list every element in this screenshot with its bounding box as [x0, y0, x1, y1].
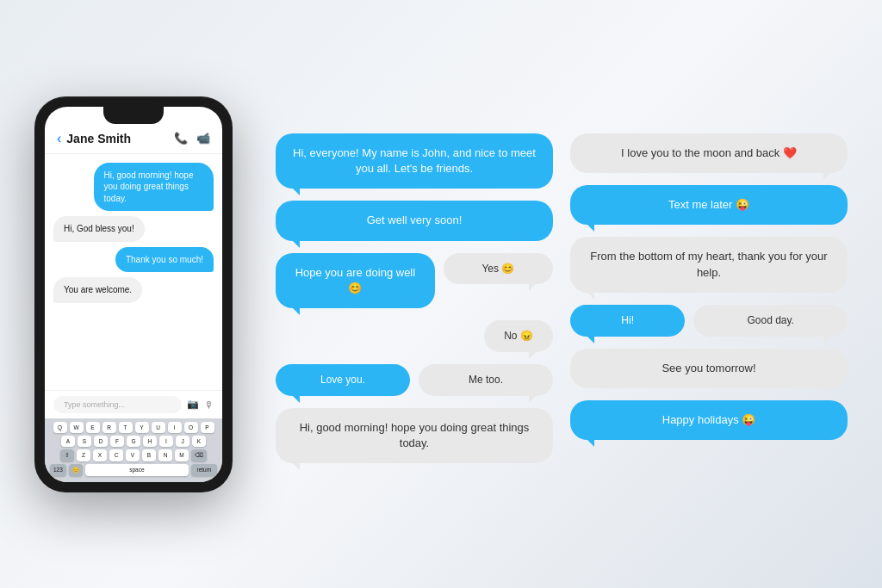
key-g[interactable]: G [127, 436, 140, 447]
bubble-get-well: Get well very soon! [276, 201, 553, 240]
key-delete[interactable]: ⌫ [191, 449, 207, 461]
key-emoji[interactable]: 😊 [69, 464, 83, 476]
key-q[interactable]: Q [53, 422, 67, 433]
bubble-happy-holidays: Happy holidays 😜 [570, 400, 848, 440]
keyboard-row-3: ⇧ Z X C V B N M ⌫ [50, 449, 217, 461]
key-123[interactable]: 123 [50, 464, 66, 476]
video-icon[interactable]: 📹 [196, 132, 210, 145]
bubble-yes: Yes 😊 [444, 253, 553, 285]
bubbles-col-2: I love you to the moon and back ❤️ Text … [570, 133, 848, 440]
message-bubble-4: You are welcome. [53, 277, 142, 303]
bubble-intro: Hi, everyone! My name is John, and nice … [276, 133, 553, 189]
key-space[interactable]: space [85, 464, 189, 476]
bubble-text-later: Text me later 😜 [570, 185, 848, 225]
mic-icon[interactable]: 🎙 [204, 399, 214, 410]
bubble-row-love: Love you. Me too. [276, 364, 553, 396]
bubble-hope-well: Hope you are doing well 😊 [276, 253, 435, 308]
key-n[interactable]: N [158, 449, 172, 461]
contact-name: Jane Smith [66, 132, 131, 145]
key-v[interactable]: V [126, 449, 140, 461]
phone-header-icons: 📞 📹 [174, 132, 210, 145]
bubble-row-no: No 😠 [276, 320, 553, 352]
call-icon[interactable]: 📞 [174, 132, 188, 145]
key-m[interactable]: M [175, 449, 189, 461]
message-bubble-3: Thank you so much! [115, 247, 214, 273]
key-x[interactable]: X [93, 449, 107, 461]
phone-screen: ‹ Jane Smith 📞 📹 Hi, good morning! hope … [45, 107, 222, 482]
key-i[interactable]: I [168, 422, 182, 433]
phone-messages: Hi, good morning! hope you doing great t… [45, 154, 222, 390]
bubble-me-too: Me too. [419, 364, 553, 396]
phone-mockup: ‹ Jane Smith 📞 📹 Hi, good morning! hope … [34, 96, 233, 492]
bubble-no: No 😠 [484, 320, 553, 352]
phone-keyboard: Q W E R T Y U I O P A S D F G H I J K [45, 418, 222, 482]
message-input[interactable]: Type something... [53, 396, 182, 413]
key-c[interactable]: C [109, 449, 123, 461]
key-b[interactable]: B [142, 449, 156, 461]
bubble-see-you: See you tomorrow! [570, 349, 848, 388]
key-y[interactable]: Y [135, 422, 149, 433]
message-bubble-1: Hi, good morning! hope you doing great t… [94, 163, 214, 212]
bubble-row-hope: Hope you are doing well 😊 Yes 😊 [276, 253, 553, 308]
key-p[interactable]: P [201, 422, 214, 433]
back-icon[interactable]: ‹ [57, 131, 61, 146]
bubble-good-day: Good day. [693, 305, 848, 337]
key-f[interactable]: F [110, 436, 124, 447]
key-k[interactable]: K [192, 436, 206, 447]
key-h[interactable]: H [143, 436, 157, 447]
key-u[interactable]: U [152, 422, 165, 433]
bubble-love-moon: I love you to the moon and back ❤️ [570, 133, 848, 173]
keyboard-row-2: A S D F G H I J K [50, 436, 217, 447]
key-j[interactable]: J [176, 436, 189, 447]
key-i2[interactable]: I [159, 436, 173, 447]
phone-input-area: Type something... 📷 🎙 [45, 390, 222, 418]
keyboard-row-4: 123 😊 space return [50, 464, 217, 476]
bubbles-section: Hi, everyone! My name is John, and nice … [276, 125, 848, 463]
phone-header-left: ‹ Jane Smith [57, 131, 131, 146]
bubble-row-hi-good-day: Hi! Good day. [570, 305, 848, 337]
key-t[interactable]: T [119, 422, 133, 433]
bubble-from-bottom: From the bottom of my heart, thank you f… [570, 237, 848, 292]
key-r[interactable]: R [102, 422, 116, 433]
key-z[interactable]: Z [77, 449, 90, 461]
phone-notch [103, 107, 164, 124]
key-o[interactable]: O [184, 422, 198, 433]
bubbles-col-1: Hi, everyone! My name is John, and nice … [276, 133, 553, 463]
key-shift[interactable]: ⇧ [60, 449, 74, 461]
key-a[interactable]: A [61, 436, 75, 447]
bubble-love-you: Love you. [276, 364, 410, 396]
bubble-good-morning: Hi, good morning! hope you doing great t… [276, 408, 553, 463]
key-return[interactable]: return [191, 464, 217, 476]
bubble-hi: Hi! [570, 305, 685, 337]
key-w[interactable]: W [70, 422, 84, 433]
key-d[interactable]: D [94, 436, 108, 447]
key-e[interactable]: E [86, 422, 100, 433]
key-s[interactable]: S [78, 436, 91, 447]
camera-icon[interactable]: 📷 [187, 399, 199, 410]
keyboard-row-1: Q W E R T Y U I O P [50, 422, 217, 433]
message-bubble-2: Hi, God bless you! [53, 216, 145, 242]
